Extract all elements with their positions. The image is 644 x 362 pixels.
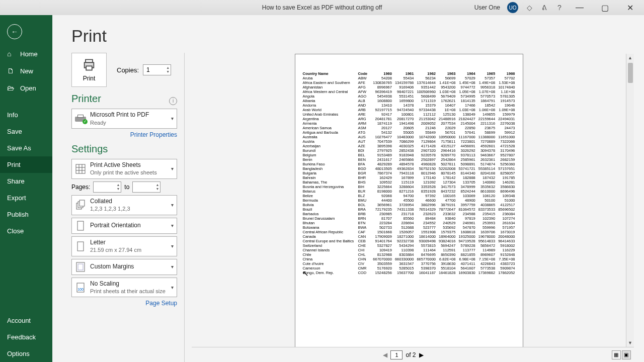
coming-soon-icon[interactable]: ᕕ <box>540 4 548 12</box>
maximize-button[interactable]: ▢ <box>596 2 614 13</box>
nav-export[interactable]: Export <box>0 190 52 206</box>
close-button[interactable]: ✕ <box>621 2 639 13</box>
nav-save[interactable]: Save <box>0 123 52 140</box>
next-page-button[interactable]: ▶ <box>419 351 424 358</box>
page-setup-link[interactable]: Page Setup <box>71 300 177 307</box>
printer-select[interactable]: ✓ Microsoft Print to PDFReady ▾ <box>71 109 177 129</box>
nav-open[interactable]: 🗁Open <box>0 79 52 97</box>
nav-print[interactable]: Print <box>0 156 52 173</box>
preview-scrollbar[interactable]: ▲ ▼ <box>626 54 634 347</box>
nav-close[interactable]: Close <box>0 223 52 239</box>
settings-heading: Settings <box>71 143 177 155</box>
info-icon[interactable]: i <box>169 97 177 105</box>
svg-rect-3 <box>76 164 85 173</box>
user-name: User One <box>474 4 500 11</box>
nav-save-as[interactable]: Save As <box>0 140 52 156</box>
svg-rect-10 <box>79 200 85 206</box>
nav-publish[interactable]: Publish <box>0 206 52 223</box>
nav-account[interactable]: Account <box>0 312 52 329</box>
nav-share[interactable]: Share <box>0 173 52 190</box>
printer-heading: Printer <box>71 93 101 105</box>
window-title: How to save Excel as PDF without cutting… <box>262 4 382 11</box>
prev-page-button[interactable]: ◀ <box>383 351 387 358</box>
margins-select[interactable]: Custom Margins ▾ <box>71 259 177 275</box>
page-number-input[interactable] <box>390 350 403 359</box>
print-preview-page: Country NameCode196019611962196319641965… <box>295 54 523 347</box>
nav-info[interactable]: Info <box>0 107 52 123</box>
orientation-select[interactable]: Portrait Orientation ▾ <box>71 218 177 234</box>
pages-to-label: to <box>124 184 129 191</box>
svg-rect-12 <box>77 242 84 251</box>
collation-select[interactable]: Collated1,2,3 1,2,3 1,2,3 ▾ <box>71 195 177 215</box>
scaling-select[interactable]: 100 No ScalingPrint sheets at their actu… <box>71 278 177 298</box>
print-what-select[interactable]: Print Active SheetsOnly print the active… <box>71 159 177 179</box>
pages-from-input[interactable]: ▲▼ <box>93 182 121 193</box>
minimize-button[interactable]: — <box>571 2 589 13</box>
diamond-icon[interactable]: ◇ <box>525 4 533 12</box>
user-avatar[interactable]: UO <box>507 2 518 13</box>
backstage-sidebar: ← ⌂Home🗋New🗁Open InfoSaveSave AsPrintSha… <box>0 15 52 362</box>
pages-to-input[interactable]: ▲▼ <box>132 182 160 193</box>
copies-input[interactable]: ▲▼ <box>143 64 171 75</box>
pages-label: Pages: <box>71 184 90 191</box>
help-icon[interactable]: ? <box>555 4 564 12</box>
nav-home[interactable]: ⌂Home <box>0 45 52 62</box>
nav-feedback[interactable]: Feedback <box>0 329 52 345</box>
page-total: of 2 <box>406 351 416 358</box>
svg-rect-11 <box>77 221 84 230</box>
printer-properties-link[interactable]: Printer Properties <box>71 131 177 138</box>
page-title: Print <box>71 26 634 46</box>
nav-options[interactable]: Options <box>0 345 52 362</box>
copies-label: Copies: <box>117 66 139 74</box>
back-button[interactable]: ← <box>7 24 22 39</box>
paper-size-select[interactable]: Letter21.59 cm x 27.94 cm ▾ <box>71 236 177 256</box>
zoom-to-page-button[interactable]: ▣ <box>622 350 631 359</box>
print-button[interactable]: Print <box>71 53 107 87</box>
printer-icon <box>82 58 96 72</box>
svg-text:100: 100 <box>77 288 84 291</box>
print-button-label: Print <box>83 75 96 82</box>
svg-rect-2 <box>86 66 92 70</box>
show-margins-button[interactable]: ▦ <box>612 350 621 359</box>
nav-new[interactable]: 🗋New <box>0 62 52 79</box>
